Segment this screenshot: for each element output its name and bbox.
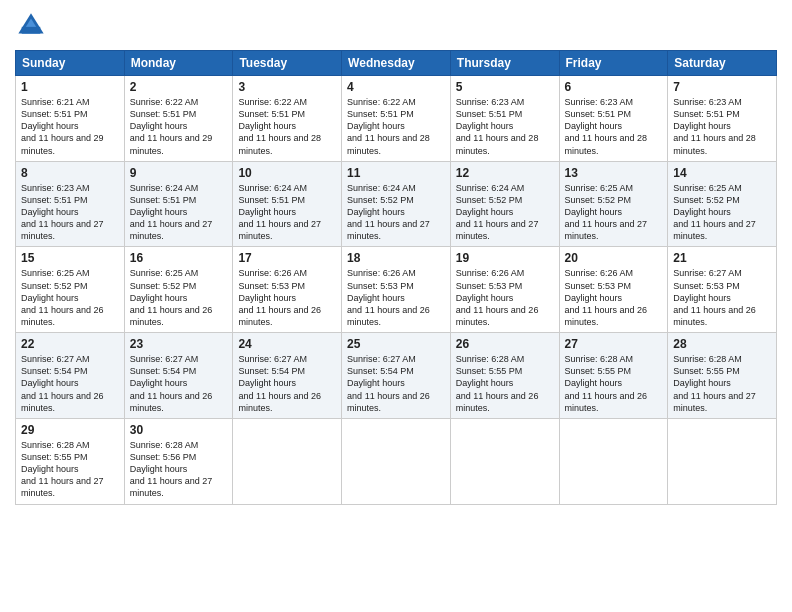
col-header-friday: Friday (559, 51, 668, 76)
day-info: Sunrise: 6:25 AMSunset: 5:52 PMDaylight … (21, 268, 104, 327)
day-info: Sunrise: 6:22 AMSunset: 5:51 PMDaylight … (347, 97, 430, 156)
calendar-cell: 3 Sunrise: 6:22 AMSunset: 5:51 PMDayligh… (233, 76, 342, 162)
day-info: Sunrise: 6:22 AMSunset: 5:51 PMDaylight … (130, 97, 213, 156)
day-info: Sunrise: 6:27 AMSunset: 5:54 PMDaylight … (238, 354, 321, 413)
calendar-cell: 1 Sunrise: 6:21 AMSunset: 5:51 PMDayligh… (16, 76, 125, 162)
day-number: 11 (347, 166, 445, 180)
day-info: Sunrise: 6:25 AMSunset: 5:52 PMDaylight … (565, 183, 648, 242)
calendar-cell: 18 Sunrise: 6:26 AMSunset: 5:53 PMDaylig… (342, 247, 451, 333)
calendar-cell: 17 Sunrise: 6:26 AMSunset: 5:53 PMDaylig… (233, 247, 342, 333)
day-info: Sunrise: 6:27 AMSunset: 5:54 PMDaylight … (130, 354, 213, 413)
day-number: 28 (673, 337, 771, 351)
day-info: Sunrise: 6:27 AMSunset: 5:54 PMDaylight … (347, 354, 430, 413)
day-number: 2 (130, 80, 228, 94)
day-number: 29 (21, 423, 119, 437)
day-number: 1 (21, 80, 119, 94)
day-number: 5 (456, 80, 554, 94)
calendar-cell (450, 418, 559, 504)
col-header-monday: Monday (124, 51, 233, 76)
day-number: 20 (565, 251, 663, 265)
day-info: Sunrise: 6:28 AMSunset: 5:55 PMDaylight … (21, 440, 104, 499)
col-header-tuesday: Tuesday (233, 51, 342, 76)
day-info: Sunrise: 6:26 AMSunset: 5:53 PMDaylight … (456, 268, 539, 327)
calendar-cell: 10 Sunrise: 6:24 AMSunset: 5:51 PMDaylig… (233, 161, 342, 247)
calendar-cell: 13 Sunrise: 6:25 AMSunset: 5:52 PMDaylig… (559, 161, 668, 247)
col-header-thursday: Thursday (450, 51, 559, 76)
day-number: 27 (565, 337, 663, 351)
day-number: 10 (238, 166, 336, 180)
calendar-cell (342, 418, 451, 504)
day-number: 23 (130, 337, 228, 351)
day-info: Sunrise: 6:23 AMSunset: 5:51 PMDaylight … (21, 183, 104, 242)
calendar-cell: 23 Sunrise: 6:27 AMSunset: 5:54 PMDaylig… (124, 333, 233, 419)
day-info: Sunrise: 6:26 AMSunset: 5:53 PMDaylight … (565, 268, 648, 327)
day-info: Sunrise: 6:21 AMSunset: 5:51 PMDaylight … (21, 97, 104, 156)
calendar-cell: 15 Sunrise: 6:25 AMSunset: 5:52 PMDaylig… (16, 247, 125, 333)
calendar-cell: 29 Sunrise: 6:28 AMSunset: 5:55 PMDaylig… (16, 418, 125, 504)
day-number: 19 (456, 251, 554, 265)
calendar-cell: 9 Sunrise: 6:24 AMSunset: 5:51 PMDayligh… (124, 161, 233, 247)
day-number: 16 (130, 251, 228, 265)
day-info: Sunrise: 6:24 AMSunset: 5:51 PMDaylight … (238, 183, 321, 242)
col-header-sunday: Sunday (16, 51, 125, 76)
day-number: 4 (347, 80, 445, 94)
day-number: 24 (238, 337, 336, 351)
day-number: 14 (673, 166, 771, 180)
day-info: Sunrise: 6:24 AMSunset: 5:52 PMDaylight … (347, 183, 430, 242)
day-number: 30 (130, 423, 228, 437)
day-number: 26 (456, 337, 554, 351)
day-number: 9 (130, 166, 228, 180)
calendar-cell: 11 Sunrise: 6:24 AMSunset: 5:52 PMDaylig… (342, 161, 451, 247)
calendar-cell: 22 Sunrise: 6:27 AMSunset: 5:54 PMDaylig… (16, 333, 125, 419)
calendar-cell (233, 418, 342, 504)
day-info: Sunrise: 6:23 AMSunset: 5:51 PMDaylight … (456, 97, 539, 156)
calendar-cell: 28 Sunrise: 6:28 AMSunset: 5:55 PMDaylig… (668, 333, 777, 419)
calendar-cell: 24 Sunrise: 6:27 AMSunset: 5:54 PMDaylig… (233, 333, 342, 419)
day-info: Sunrise: 6:22 AMSunset: 5:51 PMDaylight … (238, 97, 321, 156)
day-info: Sunrise: 6:28 AMSunset: 5:56 PMDaylight … (130, 440, 213, 499)
col-header-saturday: Saturday (668, 51, 777, 76)
header (15, 10, 777, 42)
calendar-cell: 16 Sunrise: 6:25 AMSunset: 5:52 PMDaylig… (124, 247, 233, 333)
calendar-cell: 25 Sunrise: 6:27 AMSunset: 5:54 PMDaylig… (342, 333, 451, 419)
calendar-cell (668, 418, 777, 504)
calendar-cell (559, 418, 668, 504)
day-number: 25 (347, 337, 445, 351)
day-info: Sunrise: 6:27 AMSunset: 5:54 PMDaylight … (21, 354, 104, 413)
logo-icon (15, 10, 47, 42)
day-number: 3 (238, 80, 336, 94)
day-info: Sunrise: 6:26 AMSunset: 5:53 PMDaylight … (238, 268, 321, 327)
day-number: 22 (21, 337, 119, 351)
day-number: 18 (347, 251, 445, 265)
day-number: 7 (673, 80, 771, 94)
day-info: Sunrise: 6:24 AMSunset: 5:51 PMDaylight … (130, 183, 213, 242)
calendar-cell: 14 Sunrise: 6:25 AMSunset: 5:52 PMDaylig… (668, 161, 777, 247)
day-info: Sunrise: 6:26 AMSunset: 5:53 PMDaylight … (347, 268, 430, 327)
calendar-cell: 7 Sunrise: 6:23 AMSunset: 5:51 PMDayligh… (668, 76, 777, 162)
day-number: 13 (565, 166, 663, 180)
col-header-wednesday: Wednesday (342, 51, 451, 76)
day-info: Sunrise: 6:25 AMSunset: 5:52 PMDaylight … (673, 183, 756, 242)
day-number: 15 (21, 251, 119, 265)
calendar-cell: 26 Sunrise: 6:28 AMSunset: 5:55 PMDaylig… (450, 333, 559, 419)
page: SundayMondayTuesdayWednesdayThursdayFrid… (0, 0, 792, 612)
day-info: Sunrise: 6:25 AMSunset: 5:52 PMDaylight … (130, 268, 213, 327)
calendar-cell: 27 Sunrise: 6:28 AMSunset: 5:55 PMDaylig… (559, 333, 668, 419)
day-number: 8 (21, 166, 119, 180)
calendar-cell: 4 Sunrise: 6:22 AMSunset: 5:51 PMDayligh… (342, 76, 451, 162)
calendar-cell: 19 Sunrise: 6:26 AMSunset: 5:53 PMDaylig… (450, 247, 559, 333)
calendar-cell: 20 Sunrise: 6:26 AMSunset: 5:53 PMDaylig… (559, 247, 668, 333)
day-info: Sunrise: 6:23 AMSunset: 5:51 PMDaylight … (565, 97, 648, 156)
calendar-cell: 5 Sunrise: 6:23 AMSunset: 5:51 PMDayligh… (450, 76, 559, 162)
logo (15, 10, 51, 42)
day-info: Sunrise: 6:23 AMSunset: 5:51 PMDaylight … (673, 97, 756, 156)
day-number: 12 (456, 166, 554, 180)
day-info: Sunrise: 6:28 AMSunset: 5:55 PMDaylight … (456, 354, 539, 413)
day-info: Sunrise: 6:28 AMSunset: 5:55 PMDaylight … (565, 354, 648, 413)
calendar: SundayMondayTuesdayWednesdayThursdayFrid… (15, 50, 777, 505)
day-number: 6 (565, 80, 663, 94)
calendar-cell: 30 Sunrise: 6:28 AMSunset: 5:56 PMDaylig… (124, 418, 233, 504)
calendar-cell: 6 Sunrise: 6:23 AMSunset: 5:51 PMDayligh… (559, 76, 668, 162)
day-info: Sunrise: 6:28 AMSunset: 5:55 PMDaylight … (673, 354, 756, 413)
day-number: 17 (238, 251, 336, 265)
